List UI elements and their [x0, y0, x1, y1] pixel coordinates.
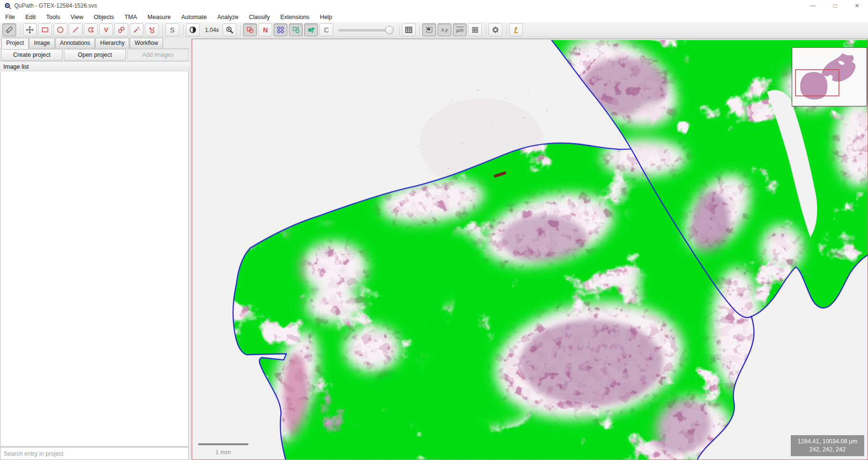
magnification-label: 1.04x — [205, 27, 219, 33]
line-icon — [71, 26, 80, 34]
scale-bar: 1 mm — [198, 444, 248, 456]
opacity-slider-knob[interactable] — [385, 26, 394, 34]
magnifier-icon — [225, 26, 234, 34]
preferences-button[interactable] — [489, 23, 502, 36]
location-xy-glyph: x,y — [441, 27, 448, 32]
image-list[interactable] — [0, 72, 189, 447]
show-location-button[interactable]: x,y — [438, 23, 451, 36]
fill-detections-button[interactable] — [304, 23, 318, 36]
menu-file[interactable]: File — [0, 11, 20, 22]
open-project-button[interactable]: Open project — [64, 49, 125, 61]
brightness-contrast-button[interactable] — [186, 23, 200, 36]
show-overview-button[interactable] — [422, 23, 436, 36]
toolbar-separator — [20, 25, 20, 35]
rectangle-icon — [41, 26, 49, 34]
menu-extensions[interactable]: Extensions — [275, 11, 315, 22]
show-analysis-pane-button[interactable] — [2, 23, 16, 36]
opacity-slider[interactable] — [337, 24, 394, 36]
location-coordinates: 1284.41, 10034.08 µm — [797, 438, 858, 446]
menu-help[interactable]: Help — [315, 11, 337, 22]
location-overlay: 1284.41, 10034.08 µm 242, 242, 242 — [791, 435, 864, 456]
show-log-button[interactable] — [509, 23, 523, 36]
toolbar-separator — [486, 25, 486, 35]
tab-workflow[interactable]: Workflow — [130, 38, 163, 48]
sidebar-tabs: Project Image Annotations Hierarchy Work… — [0, 37, 190, 49]
analysis-pane: Project Image Annotations Hierarchy Work… — [0, 37, 190, 460]
menu-objects[interactable]: Objects — [89, 11, 119, 22]
menu-edit[interactable]: Edit — [20, 11, 41, 22]
project-search-input[interactable] — [0, 447, 189, 460]
menu-view[interactable]: View — [65, 11, 89, 22]
show-detections-button[interactable] — [289, 23, 303, 36]
slide-viewer[interactable]: 1 mm 1284.41, 10034.08 µm 242, 242, 242 — [192, 39, 868, 460]
add-images-button: Add images — [127, 49, 189, 61]
show-scalebar-button[interactable]: µm — [453, 23, 467, 36]
detections-icon — [292, 26, 300, 34]
tab-image[interactable]: Image — [29, 38, 54, 48]
minimize-button[interactable]: — — [802, 0, 824, 11]
show-names-button[interactable]: N — [258, 23, 272, 36]
menu-analyze[interactable]: Analyze — [212, 11, 244, 22]
contrast-icon — [189, 26, 197, 34]
polyline-tool-button[interactable]: V — [99, 23, 113, 36]
measurement-table-button[interactable] — [402, 23, 416, 36]
ellipse-icon — [56, 26, 64, 34]
toolbar: V S 1.04x — [0, 23, 868, 37]
selection-mode-button[interactable]: S — [165, 23, 179, 36]
show-annotations-button[interactable] — [243, 23, 257, 36]
menu-tools[interactable]: Tools — [41, 11, 65, 22]
wand-tool-button[interactable] — [130, 23, 143, 36]
polygon-tool-button[interactable] — [84, 23, 98, 36]
ellipse-tool-button[interactable] — [53, 23, 67, 36]
maximize-button[interactable]: □ — [824, 0, 846, 11]
zoom-to-fit-button[interactable] — [223, 23, 236, 36]
show-grid-button[interactable] — [468, 23, 482, 36]
opacity-slider-track — [338, 29, 386, 31]
toolbar-separator — [183, 25, 184, 35]
line-tool-button[interactable] — [69, 23, 82, 36]
selection-s-glyph: S — [170, 27, 174, 33]
title-bar: QuPath - GTEX-12584-1526.svs — □ ✕ — [0, 0, 868, 11]
toolbar-separator — [163, 25, 163, 35]
location-pixel-values: 242, 242, 242 — [797, 446, 858, 454]
slide-icon — [5, 26, 13, 34]
menu-bar: File Edit Tools View Objects TMA Measure… — [0, 11, 868, 23]
brush-icon — [117, 26, 125, 34]
gear-icon — [491, 26, 500, 34]
move-tool-button[interactable] — [23, 23, 37, 36]
move-icon — [26, 26, 34, 34]
menu-classify[interactable]: Classify — [244, 11, 275, 22]
overview-tissue-left — [800, 72, 827, 99]
tab-hierarchy[interactable]: Hierarchy — [95, 38, 129, 48]
toolbar-separator — [419, 25, 420, 35]
scalebar-um-glyph: µm — [456, 27, 464, 33]
close-button[interactable]: ✕ — [846, 0, 868, 11]
polyline-v-glyph: V — [104, 27, 108, 33]
polygon-icon — [87, 26, 95, 34]
brush-tool-button[interactable] — [114, 23, 128, 36]
menu-tma[interactable]: TMA — [119, 11, 142, 22]
overview-thumbnail[interactable] — [792, 47, 867, 106]
create-project-button[interactable]: Create project — [1, 49, 62, 61]
window-title: QuPath - GTEX-12584-1526.svs — [14, 2, 97, 9]
table-icon — [405, 26, 413, 34]
toolbar-separator — [240, 25, 241, 35]
names-n-glyph: N — [263, 27, 268, 33]
points-tool-button[interactable] — [145, 23, 159, 36]
grid-icon — [471, 26, 479, 34]
pixel-classification-button[interactable]: C — [319, 23, 333, 36]
annotations-icon — [246, 26, 254, 34]
overview-map — [792, 48, 867, 106]
scale-bar-label: 1 mm — [215, 449, 231, 456]
menu-measure[interactable]: Measure — [143, 11, 176, 22]
tma-grid-icon — [276, 26, 285, 34]
rectangle-tool-button[interactable] — [38, 23, 52, 36]
toolbar-separator — [399, 25, 399, 35]
slide-canvas[interactable]: 1 mm — [192, 39, 868, 460]
menu-automate[interactable]: Automate — [176, 11, 212, 22]
project-actions: Create project Open project Add images — [0, 49, 190, 61]
microscope-icon — [512, 26, 520, 34]
tab-annotations[interactable]: Annotations — [55, 38, 95, 48]
tab-project[interactable]: Project — [1, 38, 29, 49]
show-tma-grid-button[interactable] — [274, 23, 287, 36]
